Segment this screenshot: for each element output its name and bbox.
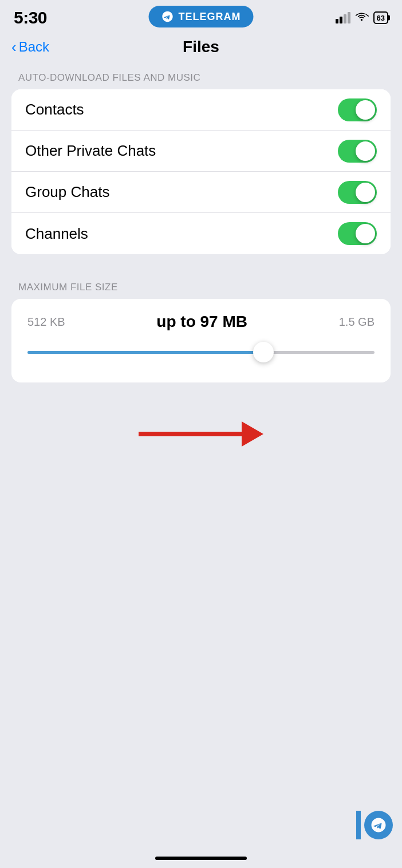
slider-container[interactable]: [27, 338, 375, 366]
battery-level: 63: [377, 14, 385, 22]
contacts-label: Contacts: [25, 101, 84, 119]
signal-icon: [336, 12, 350, 23]
nav-bar: ‹ Back Files: [0, 33, 402, 65]
group-chats-label: Group Chats: [25, 183, 109, 201]
back-button[interactable]: ‹ Back: [11, 39, 49, 55]
slider-fill: [27, 351, 263, 354]
battery-icon: 63: [373, 11, 388, 24]
slider-card: 512 KB up to 97 MB 1.5 GB: [11, 299, 391, 382]
arrow-annotation: [0, 410, 402, 458]
channels-toggle[interactable]: [338, 222, 377, 245]
telegram-icon: [161, 10, 174, 23]
slider-labels: 512 KB up to 97 MB 1.5 GB: [27, 313, 375, 331]
arrow-shaft: [139, 432, 242, 436]
contacts-row: Contacts: [11, 89, 391, 131]
auto-download-card: Contacts Other Private Chats Group Chats…: [11, 89, 391, 254]
contacts-toggle[interactable]: [338, 98, 377, 121]
telegram-pill: TELEGRAM: [149, 6, 254, 27]
other-private-chats-label: Other Private Chats: [25, 142, 156, 160]
arrow-head: [242, 421, 263, 447]
red-arrow: [139, 421, 263, 447]
back-label: Back: [19, 39, 49, 55]
other-private-chats-toggle[interactable]: [338, 140, 377, 163]
telegram-pill-container: TELEGRAM: [149, 6, 254, 27]
watermark-logo: [364, 811, 393, 839]
group-chats-toggle-thumb: [356, 183, 375, 202]
other-private-chats-toggle-thumb: [356, 141, 375, 161]
channels-row: Channels: [11, 213, 391, 254]
auto-download-section-label: AUTO-DOWNLOAD FILES AND MUSIC: [0, 65, 402, 89]
home-indicator: [155, 857, 247, 860]
telegram-pill-label: TELEGRAM: [179, 11, 241, 23]
group-chats-row: Group Chats: [11, 172, 391, 213]
group-chats-toggle[interactable]: [338, 181, 377, 204]
slider-thumb[interactable]: [253, 342, 274, 362]
back-chevron-icon: ‹: [11, 40, 17, 54]
watermark: [356, 811, 393, 839]
slider-section: MAXIMUM FILE SIZE 512 KB up to 97 MB 1.5…: [0, 275, 402, 382]
channels-toggle-thumb: [356, 224, 375, 243]
slider-track: [27, 351, 375, 354]
status-bar: 5:30 TELEGRAM 63: [0, 0, 402, 33]
watermark-icon: [370, 816, 387, 834]
channels-label: Channels: [25, 225, 88, 243]
status-time: 5:30: [14, 8, 47, 27]
slider-min-label: 512 KB: [27, 315, 65, 329]
status-right-icons: 63: [336, 11, 388, 25]
slider-max-label: 1.5 GB: [339, 315, 375, 329]
contacts-toggle-thumb: [356, 100, 375, 120]
wifi-icon: [355, 11, 369, 25]
watermark-bar: [356, 811, 361, 839]
max-file-size-label: MAXIMUM FILE SIZE: [0, 275, 402, 299]
slider-current-value: up to 97 MB: [156, 313, 247, 331]
page-title: Files: [183, 38, 219, 56]
other-private-chats-row: Other Private Chats: [11, 131, 391, 172]
